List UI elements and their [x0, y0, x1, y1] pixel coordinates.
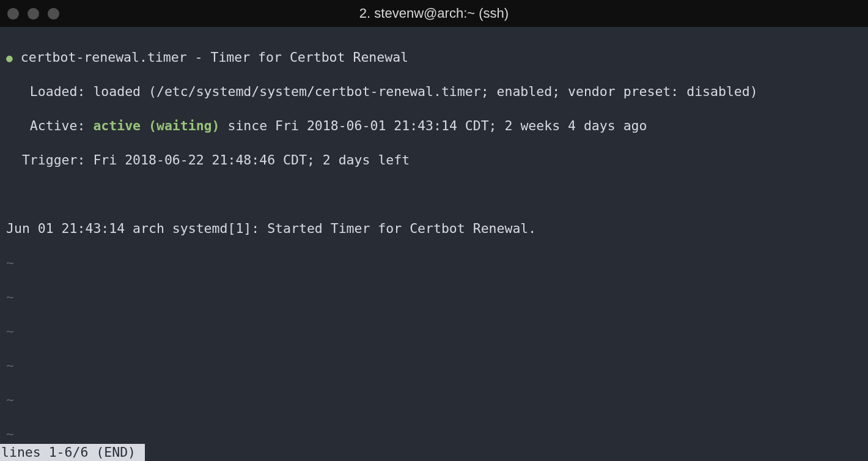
active-state: active (waiting) — [93, 118, 219, 133]
pager-status-text: lines 1-6/6 (END) — [1, 444, 136, 460]
pager-tilde: ~ — [6, 391, 862, 408]
trigger-label: Trigger: — [6, 152, 93, 168]
pager-tilde: ~ — [6, 357, 862, 374]
unit-name: certbot-renewal.timer - Timer for Certbo… — [21, 50, 408, 65]
pager-status-line: lines 1-6/6 (END) — [0, 444, 145, 461]
pager-tilde: ~ — [6, 426, 862, 443]
blank-line — [6, 186, 862, 203]
terminal-output[interactable]: ● certbot-renewal.timer - Timer for Cert… — [0, 27, 868, 461]
active-since: since Fri 2018-06-01 21:43:14 CDT; 2 wee… — [220, 118, 647, 133]
pager-tilde: ~ — [6, 289, 862, 306]
pager-tilde: ~ — [6, 254, 862, 271]
minimize-window-button[interactable] — [28, 8, 39, 20]
traffic-lights — [7, 8, 59, 20]
trigger-value: Fri 2018-06-22 21:48:46 CDT; 2 days left — [93, 152, 410, 168]
log-line: Jun 01 21:43:14 arch systemd[1]: Started… — [6, 220, 862, 237]
cursor-icon — [136, 445, 144, 460]
active-line: Active: active (waiting) since Fri 2018-… — [6, 117, 862, 135]
active-label: Active: — [6, 118, 93, 133]
systemd-unit-header: ● certbot-renewal.timer - Timer for Cert… — [6, 49, 862, 66]
maximize-window-button[interactable] — [48, 8, 59, 20]
loaded-value: loaded (/etc/systemd/system/certbot-rene… — [93, 84, 757, 99]
window-titlebar: 2. stevenw@arch:~ (ssh) — [0, 0, 868, 27]
active-dot-icon: ● — [6, 53, 13, 64]
pager-tilde: ~ — [6, 323, 862, 340]
close-window-button[interactable] — [7, 8, 19, 20]
trigger-line: Trigger: Fri 2018-06-22 21:48:46 CDT; 2 … — [6, 152, 862, 169]
loaded-line: Loaded: loaded (/etc/systemd/system/cert… — [6, 83, 862, 100]
window-title: 2. stevenw@arch:~ (ssh) — [359, 6, 509, 21]
loaded-label: Loaded: — [6, 84, 93, 99]
